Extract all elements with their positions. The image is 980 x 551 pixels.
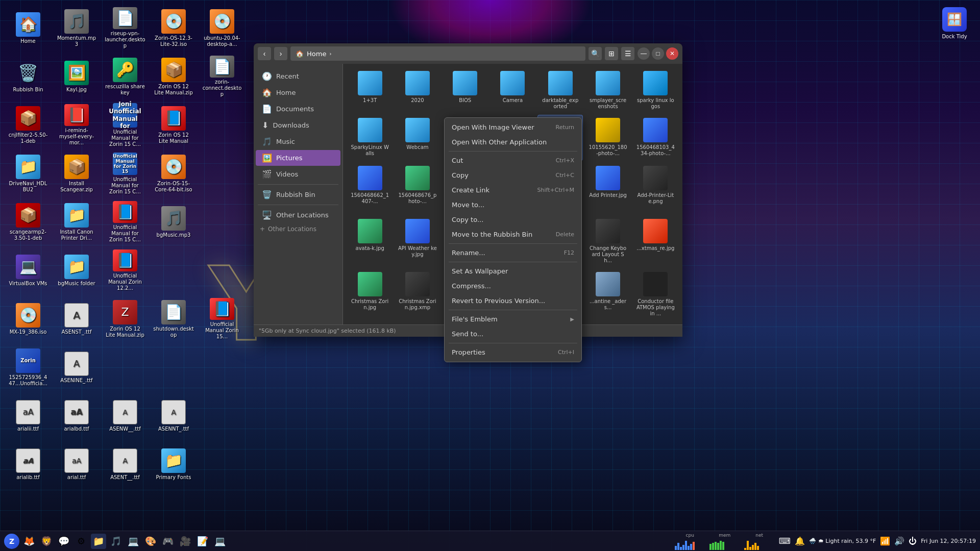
ctx-compress[interactable]: Compress... xyxy=(445,279,581,293)
desktop-icon-asenine[interactable]: A ASENINE_.ttf xyxy=(54,344,100,390)
power-icon[interactable]: ⏻ xyxy=(909,536,917,546)
taskbar-text[interactable]: 📝 xyxy=(195,534,210,549)
file-item-apiweather[interactable]: API Weather key.jpg xyxy=(395,216,440,267)
file-item-xmaszorinxmp[interactable]: Christmas Zorin.jpg.xmp xyxy=(395,269,440,320)
weather-widget[interactable]: 🌧️ 🌧 Light rain, 53.9 °F xyxy=(809,538,876,544)
file-item-smplayer[interactable]: smplayer_screenshots xyxy=(585,68,630,113)
taskbar-browser2[interactable]: 🦁 xyxy=(39,534,54,549)
desktop-icon-bgfolder[interactable]: 📁 bgMusic folder xyxy=(54,247,100,293)
file-item-changekb[interactable]: Change Keyboard Layout Sh... xyxy=(585,216,630,267)
file-item-camera[interactable]: Camera xyxy=(490,68,535,113)
desktop-icon-cnjl[interactable]: 📦 cnjlfilter2-5.50-1-deb xyxy=(5,102,51,148)
ctx-properties[interactable]: Properties Ctrl+I xyxy=(445,345,581,360)
maximize-button[interactable]: □ xyxy=(652,47,664,60)
desktop-icon-asenw[interactable]: A ASENW__.ttf xyxy=(102,393,148,439)
desktop-icon-virtualbox[interactable]: 💻 VirtualBox VMs xyxy=(5,247,51,293)
desktop-icon-unofficial15-2[interactable]: 📘 Unofficial Manual Zorin 15... xyxy=(199,296,245,342)
desktop-icon-zorin12zip[interactable]: 📦 Zorin OS 12 Lite Manual.zip xyxy=(151,54,197,99)
desktop-icon-zorinlogo[interactable]: Z Zorin OS 12 Lite Manual.zip xyxy=(102,296,148,342)
ctx-send-to[interactable]: Send to... xyxy=(445,327,581,341)
sidebar-item-other[interactable]: 🖥️ Other Locations xyxy=(256,207,340,223)
desktop-icon-zorinconnect[interactable]: 📄 zorin-connect.desktop xyxy=(199,54,245,99)
file-item-1560468103[interactable]: 1560468103_434-photo-... xyxy=(633,115,678,161)
desktop-icon-unofficial-12[interactable]: 📘 Unofficial Manual Zorin 12.2... xyxy=(102,247,148,293)
desktop-icon-zorin15core[interactable]: 💿 Zorin-OS-15-Core-64-bit.iso xyxy=(151,151,197,196)
desktop-icon-shutdown[interactable]: 📄 shutdown.desktop xyxy=(151,296,197,342)
forward-button[interactable]: › xyxy=(274,47,287,60)
file-item-addprinter[interactable]: Add Printer.jpg xyxy=(585,163,630,214)
zorin-menu-button[interactable]: Z xyxy=(4,534,19,549)
desktop-icon-unofficial2[interactable]: Unofficial Manual for Zorin 15 Unofficia… xyxy=(102,151,148,196)
file-item-smarttools[interactable]: SMART tools.jpg xyxy=(633,322,678,324)
ctx-cut[interactable]: Cut Ctrl+X xyxy=(445,153,581,168)
desktop-icon-zorinmanual[interactable]: 📘 Zorin OS 12 Lite Manual xyxy=(151,102,197,148)
file-item-webcam[interactable]: Webcam xyxy=(395,115,440,161)
desktop-icon-rescuzilla[interactable]: 🔑 rescuzilla share key xyxy=(102,54,148,99)
desktop-icon-asennt[interactable]: A ASENNT_.ttf xyxy=(151,393,197,439)
file-item-createlink[interactable]: Create link.jpg xyxy=(395,322,440,324)
file-item-1560468662[interactable]: 1560468662_1407-... xyxy=(347,163,393,214)
taskbar-paint[interactable]: 🎨 xyxy=(143,534,158,549)
ctx-open-other-app[interactable]: Open With Other Application xyxy=(445,135,581,149)
file-item-1p3t[interactable]: 1+3T xyxy=(347,68,393,113)
volume-icon[interactable]: 🔊 xyxy=(894,536,904,546)
desktop-icon-primary-fonts[interactable]: 📁 Primary Fonts xyxy=(151,441,197,487)
taskbar-chat[interactable]: 💬 xyxy=(56,534,71,549)
taskbar-music[interactable]: 🎵 xyxy=(108,534,124,549)
file-item-copy[interactable]: Copy.jpg xyxy=(347,322,393,324)
desktop-icon-arial[interactable]: aA arial.ttf xyxy=(54,441,100,487)
taskbar-firefox[interactable]: 🦊 xyxy=(21,534,37,549)
sidebar-item-documents[interactable]: 📄 Documents xyxy=(256,101,340,117)
desktop-icon-bgmusic[interactable]: 🎵 bgMusic.mp3 xyxy=(151,199,197,245)
file-item-1560468676[interactable]: 1560468676_photo-... xyxy=(395,163,440,214)
desktop-icon-asent[interactable]: A ASENT__.ttf xyxy=(102,441,148,487)
sidebar-item-pictures[interactable]: 🖼️ Pictures xyxy=(256,150,340,166)
desktop-icon-drivenav[interactable]: 📁 DriveNavi_HDLBU2 xyxy=(5,151,51,196)
file-item-sparky[interactable]: sparky linux logos xyxy=(633,68,678,113)
file-item-animations[interactable]: Animations.jpg xyxy=(585,322,630,324)
ctx-set-wallpaper[interactable]: Set As Wallpaper xyxy=(445,264,581,279)
desktop-icon-scangear[interactable]: 📦 Install Scangear.zip xyxy=(54,151,100,196)
sidebar-item-downloads[interactable]: ⬇️ Downloads xyxy=(256,117,340,133)
sidebar-item-videos[interactable]: 🎬 Videos xyxy=(256,166,340,182)
close-button[interactable]: ✕ xyxy=(666,47,678,60)
file-item-avata[interactable]: avata-k.jpg xyxy=(347,216,393,267)
sidebar-item-rubbish[interactable]: 🗑️ Rubbish Bin xyxy=(256,187,340,203)
taskbar-vm[interactable]: 💻 xyxy=(212,534,228,549)
taskbar-terminal[interactable]: 💻 xyxy=(126,534,141,549)
file-item-xmas-re[interactable]: ...xtmas_re.jpg xyxy=(633,216,678,267)
search-button[interactable]: 🔍 xyxy=(589,47,602,60)
desktop-icon-home[interactable]: 🏠 Home xyxy=(5,5,51,51)
ctx-move-rubbish[interactable]: Move to the Rubbish Bin Delete xyxy=(445,227,581,242)
file-item-darktable[interactable]: darktable_exported xyxy=(537,68,583,113)
desktop-icon-ubuntu[interactable]: 💿 ubuntu-20.04-desktop-a... xyxy=(199,5,245,51)
desktop-icon-scangearmp2[interactable]: 📦 scangearmp2-3.50-1-deb xyxy=(5,199,51,245)
sidebar-item-music[interactable]: 🎵 Music xyxy=(256,134,340,149)
back-button[interactable]: ‹ xyxy=(258,47,271,60)
taskbar-files[interactable]: 📁 xyxy=(91,534,106,549)
taskbar-settings[interactable]: ⚙️ xyxy=(74,534,89,549)
taskbar-games[interactable]: 🎮 xyxy=(160,534,176,549)
desktop-icon-unofficial1[interactable]: Joni Unofficial Manual for Unofficial Ma… xyxy=(102,102,148,148)
sidebar-item-home[interactable]: 🏠 Home xyxy=(256,85,340,101)
desktop-icon-mx19[interactable]: 💿 MX-19_386.iso xyxy=(5,296,51,342)
minimize-button[interactable]: — xyxy=(638,47,650,60)
desktop-icon-1525[interactable]: Zorin 1525725936_447...Unofficia... xyxy=(5,344,51,390)
file-item-addprinterlite[interactable]: Add-Printer-Lite.png xyxy=(633,163,678,214)
ctx-create-link[interactable]: Create Link Shift+Ctrl+M xyxy=(445,183,581,197)
desktop-icon-riseup[interactable]: 📄 riseup-vpn-launcher.desktop xyxy=(102,5,148,51)
network-icon[interactable]: 📶 xyxy=(880,536,890,546)
file-item-antine[interactable]: ...antine _aders... xyxy=(585,269,630,320)
file-item-2020[interactable]: 2020 xyxy=(395,68,440,113)
file-item-10155620[interactable]: 10155620_180-photo-... xyxy=(585,115,630,161)
desktop-icon-arialib[interactable]: aA arialib.ttf xyxy=(5,441,51,487)
list-view-button[interactable]: ☰ xyxy=(621,47,634,60)
dock-tidy-icon[interactable]: 🪟 Dock Tidy xyxy=(929,0,980,46)
desktop-icon-arialii[interactable]: aA arialii.ttf xyxy=(5,393,51,439)
file-item-xmaszorin[interactable]: Christmas Zorin.jpg xyxy=(347,269,393,320)
desktop-icon-rubbish[interactable]: 🗑️ Rubbish Bin xyxy=(5,54,51,99)
ctx-open-image-viewer[interactable]: Open With Image Viewer Return xyxy=(445,120,581,135)
desktop-icon-arialbd[interactable]: aA arialbd.ttf xyxy=(54,393,100,439)
ctx-copy-to[interactable]: Copy to... xyxy=(445,212,581,227)
desktop-icon-iremind[interactable]: 📕 i-remind-myself-every-mor... xyxy=(54,102,100,148)
